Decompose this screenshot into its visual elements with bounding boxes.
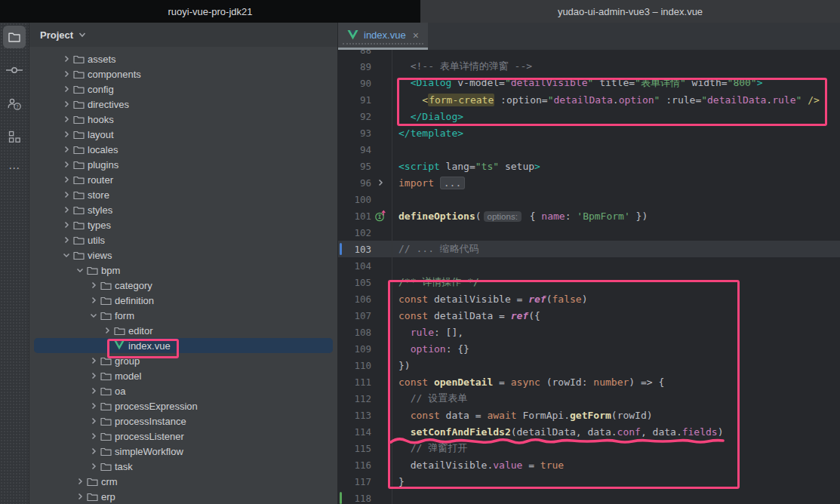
tree-item-processExpression[interactable]: processExpression <box>29 398 337 413</box>
chevron-right-icon[interactable] <box>89 401 98 410</box>
tree-item-simpleWorkflow[interactable]: simpleWorkflow <box>29 444 337 459</box>
chevron-right-icon[interactable] <box>89 356 98 365</box>
gutter[interactable]: 116 <box>338 456 392 473</box>
tree-item-store[interactable]: store <box>29 187 337 202</box>
gutter[interactable]: 118 <box>338 490 392 504</box>
tree-item-definition[interactable]: definition <box>29 293 337 308</box>
chevron-right-icon[interactable] <box>75 477 85 486</box>
chevron-right-icon[interactable] <box>89 462 98 471</box>
tree-item-styles[interactable]: styles <box>29 202 337 217</box>
code-line-96[interactable]: 96import ... <box>338 174 840 191</box>
gutter[interactable]: 96 <box>338 174 392 191</box>
tree-item-category[interactable]: category <box>29 278 337 293</box>
code-line-100[interactable]: 100 <box>338 191 840 207</box>
gutter[interactable]: 110 <box>338 357 392 373</box>
gutter[interactable]: 107 <box>338 307 392 324</box>
code-line-115[interactable]: 115 // 弹窗打开 <box>338 440 840 456</box>
gutter[interactable]: 90 <box>338 75 392 91</box>
tree-item-locales[interactable]: locales <box>29 142 337 157</box>
code-line-116[interactable]: 116 detailVisible.value = true <box>338 456 840 473</box>
code-line-89[interactable]: 89 <!-- 表单详情的弹窗 --> <box>338 58 840 75</box>
chevron-right-icon[interactable] <box>75 492 85 501</box>
chevron-right-icon[interactable] <box>376 178 385 187</box>
code-line-108[interactable]: 108 rule: [], <box>338 324 840 340</box>
code-line-93[interactable]: 93</template> <box>338 124 840 141</box>
gutter[interactable]: 95 <box>338 158 392 174</box>
chevron-down-icon[interactable] <box>89 311 98 320</box>
tree-item-hooks[interactable]: hooks <box>29 112 337 127</box>
tree-item-types[interactable]: types <box>29 217 337 232</box>
chevron-right-icon[interactable] <box>89 296 98 305</box>
gutter[interactable]: 113 <box>338 407 392 423</box>
gutter[interactable]: 93 <box>338 124 392 141</box>
code-line-92[interactable]: 92 </Dialog> <box>338 108 840 124</box>
code-line-106[interactable]: 106const detailVisible = ref(false) <box>338 290 840 307</box>
chevron-right-icon[interactable] <box>89 371 98 380</box>
code-line-110[interactable]: 110}) <box>338 357 840 373</box>
gutter[interactable]: 94 <box>338 141 392 158</box>
gutter[interactable]: 109 <box>338 340 392 357</box>
contacts-help-icon[interactable]: ? <box>3 92 26 115</box>
chevron-right-icon[interactable] <box>62 205 71 214</box>
chevron-right-icon[interactable] <box>62 145 71 154</box>
gutter[interactable]: 89 <box>338 58 392 75</box>
code-editor[interactable]: 8889 <!-- 表单详情的弹窗 -->90 <Dialog v-model=… <box>338 50 840 504</box>
tree-item-router[interactable]: router <box>29 172 337 187</box>
gutter[interactable]: 92 <box>338 108 392 124</box>
code-line-104[interactable]: 104 <box>338 257 840 274</box>
tree-item-directives[interactable]: directives <box>29 97 337 112</box>
code-line-117[interactable]: 117} <box>338 473 840 490</box>
gutter[interactable]: 88 <box>338 50 392 58</box>
code-line-95[interactable]: 95<script lang="ts" setup> <box>338 158 840 174</box>
tree-item-processListener[interactable]: processListener <box>29 429 337 444</box>
chevron-right-icon[interactable] <box>62 190 71 199</box>
tree-item-bpm[interactable]: bpm <box>29 263 337 278</box>
code-line-94[interactable]: 94 <box>338 141 840 158</box>
gutter[interactable]: 104 <box>338 257 392 274</box>
gutter[interactable]: 112 <box>338 390 392 407</box>
tree-item-processInstance[interactable]: processInstance <box>29 413 337 429</box>
project-panel-header[interactable]: Project <box>29 23 337 47</box>
tree-item-components[interactable]: components <box>29 66 337 81</box>
chevron-right-icon[interactable] <box>62 54 71 63</box>
gutter[interactable]: 117 <box>338 473 392 490</box>
code-line-105[interactable]: 105/** 详情操作 */ <box>338 274 840 290</box>
tree-item-layout[interactable]: layout <box>29 127 337 142</box>
gutter[interactable]: 106 <box>338 290 392 307</box>
code-line-112[interactable]: 112 // 设置表单 <box>338 390 840 407</box>
chevron-right-icon[interactable] <box>62 220 71 229</box>
chevron-right-icon[interactable] <box>89 447 98 456</box>
chevron-right-icon[interactable] <box>89 432 98 441</box>
tree-item-group[interactable]: group <box>29 353 337 368</box>
chevron-right-icon[interactable] <box>62 235 71 244</box>
code-line-113[interactable]: 113 const data = await FormApi.getForm(r… <box>338 407 840 423</box>
gutter[interactable]: 102 <box>338 224 392 241</box>
chevron-right-icon[interactable] <box>103 326 112 335</box>
tree-item-views[interactable]: views <box>29 247 337 263</box>
code-line-109[interactable]: 109 option: {} <box>338 340 840 357</box>
gutter[interactable]: 105 <box>338 274 392 290</box>
tree-item-utils[interactable]: utils <box>29 232 337 247</box>
code-line-91[interactable]: 91 <form-create :option="detailData.opti… <box>338 91 840 108</box>
code-line-90[interactable]: 90 <Dialog v-model="detailVisible" title… <box>338 75 840 91</box>
gutter[interactable]: 114 <box>338 423 392 440</box>
chevron-right-icon[interactable] <box>89 416 98 426</box>
gutter[interactable]: 91 <box>338 91 392 108</box>
tree-item-editor[interactable]: editor <box>29 323 337 338</box>
code-line-103[interactable]: 103// ... 缩略代码 <box>338 241 840 257</box>
chevron-down-icon[interactable] <box>75 266 85 275</box>
chevron-right-icon[interactable] <box>89 281 98 290</box>
project-tool-button[interactable] <box>3 26 26 48</box>
tab-index-vue[interactable]: index.vue × <box>338 23 428 50</box>
gutter[interactable]: 108 <box>338 324 392 340</box>
structure-icon[interactable] <box>3 125 26 148</box>
tab-close-icon[interactable]: × <box>413 29 419 41</box>
chevron-right-icon[interactable] <box>62 160 71 169</box>
vue-macro-gutter-icon[interactable]: I <box>374 210 386 223</box>
tree-item-task[interactable]: task <box>29 459 337 474</box>
tree-item-plugins[interactable]: plugins <box>29 157 337 172</box>
code-line-114[interactable]: 114 setConfAndFields2(detailData, data.c… <box>338 423 840 440</box>
gutter[interactable]: 100 <box>338 191 392 207</box>
code-line-102[interactable]: 102 <box>338 224 840 241</box>
tree-item-form[interactable]: form <box>29 308 337 323</box>
